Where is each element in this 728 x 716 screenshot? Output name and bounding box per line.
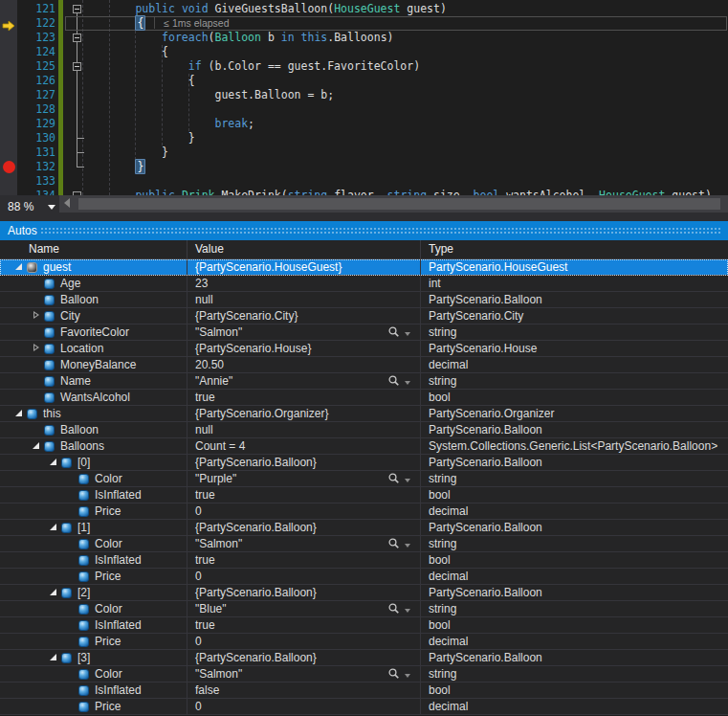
column-header-name[interactable]: Name — [0, 240, 188, 258]
autos-row-IsInflated[interactable]: IsInflatedtruebool — [0, 552, 728, 569]
autos-row-Color[interactable]: Color"Blue"string — [0, 601, 728, 617]
autos-row-Price[interactable]: Price0decimal — [0, 503, 728, 520]
fold-collapse-box[interactable] — [73, 62, 81, 71]
text-visualizer-control[interactable] — [387, 537, 410, 551]
magnifier-dropdown-caret[interactable] — [405, 332, 410, 336]
code-line-127[interactable]: 127 guest.Balloon = b; — [0, 88, 728, 102]
autos-row-FavoriteColor[interactable]: FavoriteColor"Salmon"string — [0, 324, 728, 341]
autos-row-MoneyBalance[interactable]: MoneyBalance20.50decimal — [0, 357, 728, 373]
variable-value: true — [195, 391, 215, 404]
magnifier-icon[interactable] — [387, 374, 401, 389]
expand-toggle-expanded-icon[interactable] — [48, 457, 61, 468]
variable-type: PartyScenario.Balloon — [421, 520, 728, 535]
autos-title-bar[interactable]: Autos — [0, 221, 728, 240]
autos-row-2[interactable]: [2]{PartyScenario.Balloon}PartyScenario.… — [0, 585, 728, 601]
text-visualizer-control[interactable] — [387, 472, 410, 486]
expand-toggle-expanded-icon[interactable] — [31, 440, 44, 452]
code-editor[interactable]: 121 public void GiveGuestsBalloon(HouseG… — [0, 0, 728, 195]
autos-row-guest[interactable]: guest{PartyScenario.HouseGuest}PartyScen… — [0, 259, 728, 276]
code-line-123[interactable]: 123 foreach(Balloon b in this.Balloons) — [0, 31, 728, 45]
code-line-122[interactable]: 122 {≤ 1ms elapsed — [0, 16, 728, 31]
expand-toggle-collapsed-icon[interactable] — [31, 310, 44, 322]
code-line-124[interactable]: 124 { — [0, 45, 728, 59]
autos-row-Balloons[interactable]: BalloonsCount = 4System.Collections.Gene… — [0, 438, 728, 455]
autos-row-IsInflated[interactable]: IsInflatedtruebool — [0, 617, 728, 634]
expand-toggle-expanded-icon[interactable] — [13, 261, 27, 273]
name-cell: [1] — [0, 520, 188, 535]
autos-row-Color[interactable]: Color"Salmon"string — [0, 536, 728, 552]
object-icon-blue — [44, 441, 55, 452]
code-line-121[interactable]: 121 public void GiveGuestsBalloon(HouseG… — [0, 2, 728, 16]
autos-row-0[interactable]: [0]{PartyScenario.Balloon}PartyScenario.… — [0, 455, 728, 471]
object-icon-blue — [44, 311, 55, 322]
name-cell: FavoriteColor — [0, 324, 188, 340]
magnifier-dropdown-caret[interactable] — [405, 381, 410, 385]
text-visualizer-control[interactable] — [387, 602, 410, 616]
scroll-left-arrow-icon[interactable] — [64, 198, 70, 208]
code-line-126[interactable]: 126 { — [0, 74, 728, 88]
magnifier-dropdown-caret[interactable] — [405, 479, 410, 482]
variable-name: Price — [95, 504, 121, 518]
code-line-132[interactable]: 132 } — [0, 160, 728, 174]
autos-row-Color[interactable]: Color"Purple"string — [0, 471, 728, 487]
variable-type: PartyScenario.Balloon — [421, 585, 728, 600]
magnifier-icon[interactable] — [387, 325, 401, 340]
column-header-type[interactable]: Type — [421, 240, 728, 258]
fold-end-tick — [77, 138, 84, 139]
magnifier-dropdown-caret[interactable] — [405, 674, 410, 678]
expand-toggle-collapsed-icon[interactable] — [31, 343, 44, 354]
breakpoint-icon[interactable] — [3, 161, 15, 173]
text-visualizer-control[interactable] — [387, 374, 410, 389]
variable-type: PartyScenario.HouseGuest — [421, 259, 728, 275]
autos-row-this[interactable]: this{PartyScenario.Organizer}PartyScenar… — [0, 406, 728, 422]
fold-collapse-box[interactable] — [73, 5, 81, 13]
variable-name: this — [43, 407, 61, 420]
autos-row-Age[interactable]: Age23int — [0, 276, 728, 292]
code-line-125[interactable]: 125 if (b.Color == guest.FavoriteColor) — [0, 59, 728, 74]
magnifier-icon[interactable] — [387, 602, 401, 616]
autos-row-IsInflated[interactable]: IsInflatedfalsebool — [0, 682, 728, 699]
value-cell: 0 — [188, 699, 421, 714]
variable-value: 0 — [195, 504, 202, 518]
autos-row-Location[interactable]: Location{PartyScenario.House}PartyScenar… — [0, 341, 728, 357]
code-line-128[interactable]: 128 — [0, 102, 728, 117]
value-cell: {PartyScenario.Balloon} — [188, 455, 421, 470]
variable-value: null — [195, 423, 213, 436]
autos-row-Balloon[interactable]: BalloonnullPartyScenario.Balloon — [0, 292, 728, 308]
code-line-133[interactable]: 133 — [0, 174, 728, 189]
autos-row-3[interactable]: [3]{PartyScenario.Balloon}PartyScenario.… — [0, 650, 728, 666]
code-line-134[interactable]: 134 public Drink MakeDrink(string flavor… — [0, 189, 728, 195]
fold-collapse-box[interactable] — [73, 34, 81, 42]
autos-row-WantsAlcohol[interactable]: WantsAlcoholtruebool — [0, 390, 728, 406]
value-cell: "Purple" — [188, 471, 421, 486]
code-line-129[interactable]: 129 break; — [0, 117, 728, 131]
text-visualizer-control[interactable] — [387, 667, 410, 682]
variable-value: "Salmon" — [195, 537, 242, 550]
zoom-level-dropdown[interactable]: 88 % — [0, 195, 59, 218]
code-line-131[interactable]: 131 } — [0, 145, 728, 160]
name-cell: [0] — [0, 455, 188, 470]
magnifier-dropdown-caret[interactable] — [405, 609, 410, 613]
autos-row-Price[interactable]: Price0decimal — [0, 634, 728, 650]
magnifier-icon[interactable] — [387, 667, 401, 682]
text-visualizer-control[interactable] — [387, 325, 410, 340]
magnifier-icon[interactable] — [387, 537, 401, 551]
scrollbar-thumb[interactable] — [78, 198, 720, 210]
autos-row-Price[interactable]: Price0decimal — [0, 569, 728, 585]
magnifier-dropdown-caret[interactable] — [405, 544, 410, 548]
expand-toggle-expanded-icon[interactable] — [48, 587, 61, 598]
expand-toggle-expanded-icon[interactable] — [48, 652, 61, 663]
magnifier-icon[interactable] — [387, 472, 401, 486]
column-header-value[interactable]: Value — [188, 240, 421, 258]
horizontal-scrollbar[interactable] — [59, 195, 728, 213]
code-line-130[interactable]: 130 } — [0, 131, 728, 145]
autos-row-Price[interactable]: Price0decimal — [0, 699, 728, 715]
autos-row-Name[interactable]: Name"Annie"string — [0, 373, 728, 390]
expand-toggle-expanded-icon[interactable] — [13, 408, 27, 419]
autos-row-Balloon[interactable]: BalloonnullPartyScenario.Balloon — [0, 422, 728, 438]
autos-row-1[interactable]: [1]{PartyScenario.Balloon}PartyScenario.… — [0, 520, 728, 536]
autos-row-City[interactable]: City{PartyScenario.City}PartyScenario.Ci… — [0, 308, 728, 324]
autos-row-IsInflated[interactable]: IsInflatedtruebool — [0, 487, 728, 503]
autos-row-Color[interactable]: Color"Salmon"string — [0, 666, 728, 682]
expand-toggle-expanded-icon[interactable] — [48, 522, 61, 533]
